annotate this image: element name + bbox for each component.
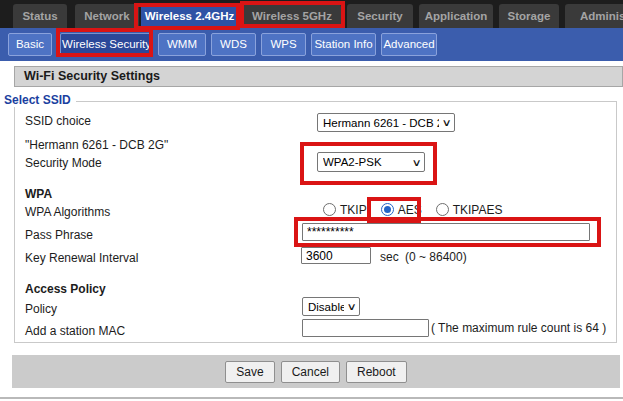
subtab-wps[interactable]: WPS xyxy=(261,33,306,56)
chevron-down-icon: ∨ xyxy=(441,117,451,128)
key-renewal-range: (0 ~ 86400) xyxy=(405,250,467,264)
key-renewal-unit: sec xyxy=(380,250,399,264)
subtab-advanced[interactable]: Advanced xyxy=(381,33,437,56)
radio-aes[interactable]: AES xyxy=(381,203,422,217)
tab-wireless-24ghz[interactable]: Wireless 2.4GHz xyxy=(141,4,238,28)
access-policy-heading: Access Policy xyxy=(25,282,106,296)
radio-circle-icon xyxy=(323,203,336,216)
tab-application[interactable]: Application xyxy=(419,4,493,28)
ssid-choice-label: SSID choice xyxy=(25,114,91,128)
ssid-choice-select[interactable]: Hermann 6261 - DCB 2G ∨ xyxy=(317,113,455,132)
router-admin-page: Status Network Wireless 2.4GHz Wireless … xyxy=(0,0,623,401)
security-mode-label: Security Mode xyxy=(25,156,102,170)
security-mode-value: WPA2-PSK xyxy=(323,156,409,168)
policy-select[interactable]: Disable ∨ xyxy=(302,297,360,316)
cancel-button[interactable]: Cancel xyxy=(281,361,340,383)
policy-label: Policy xyxy=(25,302,57,316)
tab-network[interactable]: Network xyxy=(75,4,139,28)
tab-storage[interactable]: Storage xyxy=(499,4,559,28)
policy-value: Disable xyxy=(308,301,344,313)
sub-nav-bar: Basic Wireless Security WMM WDS WPS Stat… xyxy=(0,28,623,61)
ssid-choice-value: Hermann 6261 - DCB 2G xyxy=(323,117,439,129)
radio-tkip-label: TKIP xyxy=(340,203,367,217)
subtab-wireless-security[interactable]: Wireless Security xyxy=(60,33,153,56)
tab-administration[interactable]: Administra xyxy=(565,4,623,28)
radio-aes-label: AES xyxy=(398,203,422,217)
radio-tkipaes[interactable]: TKIPAES xyxy=(436,203,503,217)
chevron-down-icon: ∨ xyxy=(411,157,421,168)
wpa-section-heading: WPA xyxy=(25,187,52,201)
tab-status[interactable]: Status xyxy=(13,4,67,28)
key-renewal-input[interactable] xyxy=(301,247,371,264)
reboot-button[interactable]: Reboot xyxy=(346,361,407,383)
chevron-down-icon: ∨ xyxy=(346,301,356,312)
radio-tkipaes-label: TKIPAES xyxy=(453,203,503,217)
select-ssid-legend: Select SSID xyxy=(2,93,76,107)
radio-circle-icon xyxy=(381,203,394,216)
pass-phrase-input[interactable] xyxy=(302,223,590,241)
key-renewal-label: Key Renewal Interval xyxy=(25,251,138,265)
station-mac-input[interactable] xyxy=(302,319,429,337)
tab-security[interactable]: Security xyxy=(347,4,413,28)
save-button[interactable]: Save xyxy=(225,361,274,383)
wpa-algorithms-radio-group: TKIP AES TKIPAES xyxy=(323,202,502,217)
radio-tkip[interactable]: TKIP xyxy=(323,203,367,217)
subtab-wds[interactable]: WDS xyxy=(211,33,256,56)
pass-phrase-label: Pass Phrase xyxy=(25,228,93,242)
page-title: Wi-Fi Security Settings xyxy=(14,66,623,87)
subtab-basic[interactable]: Basic xyxy=(8,33,52,56)
footer-button-bar: Save Cancel Reboot xyxy=(12,355,620,388)
ssid-note: "Hermann 6261 - DCB 2G" xyxy=(25,138,168,152)
security-mode-select[interactable]: WPA2-PSK ∨ xyxy=(317,152,425,172)
station-mac-label: Add a station MAC xyxy=(25,324,125,338)
subtab-wmm[interactable]: WMM xyxy=(158,33,206,56)
radio-circle-icon xyxy=(436,203,449,216)
page-bottom-border xyxy=(0,397,623,399)
tab-wireless-5ghz[interactable]: Wireless 5GHz xyxy=(243,4,341,28)
top-nav-bar: Status Network Wireless 2.4GHz Wireless … xyxy=(0,0,623,28)
station-mac-note: ( The maximum rule count is 64 ) xyxy=(431,321,606,335)
subtab-station-info[interactable]: Station Info xyxy=(311,33,376,56)
wpa-algorithms-label: WPA Algorithms xyxy=(25,205,110,219)
